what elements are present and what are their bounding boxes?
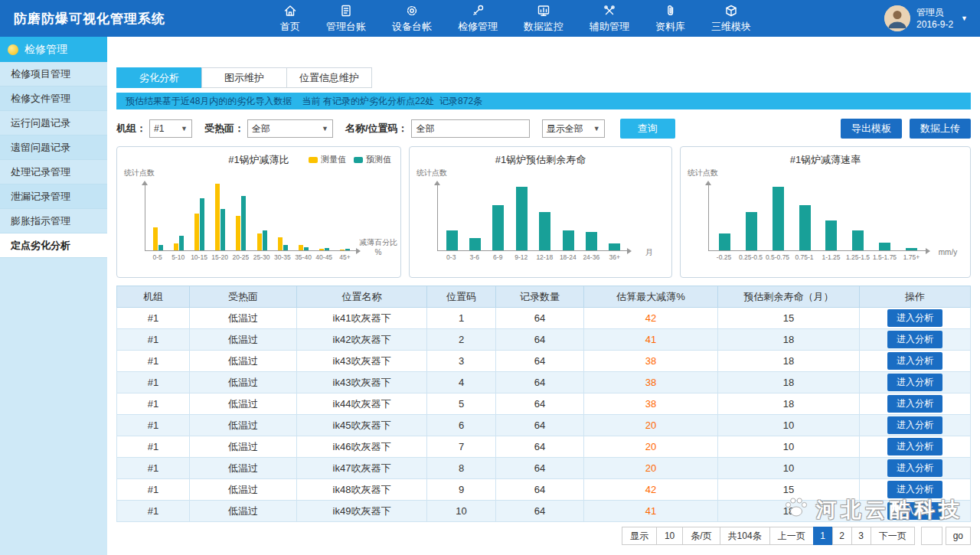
plot-area [437, 184, 629, 251]
nav-item-检修管理[interactable]: 检修管理 [458, 3, 498, 34]
table-cell: 64 [496, 458, 584, 479]
data-upload-button[interactable]: 数据上传 [910, 119, 971, 139]
sidebar-item-膨胀指示管理[interactable]: 膨胀指示管理 [0, 209, 107, 233]
table-cell: 2 [427, 329, 496, 351]
nav-item-数据监控[interactable]: 数据监控 [524, 3, 564, 34]
surface-select[interactable]: 全部 ▼ [247, 119, 333, 138]
chevron-down-icon: ▼ [181, 125, 188, 132]
page-button-3[interactable]: 3 [851, 527, 871, 545]
nav-item-管理台账[interactable]: 管理台账 [326, 3, 366, 34]
enter-analysis-button[interactable]: 进入分析 [887, 309, 942, 327]
display-select-value: 显示全部 [547, 122, 583, 135]
x-tick-label: 3-6 [463, 253, 487, 261]
query-button[interactable]: 查询 [620, 119, 675, 139]
enter-analysis-button[interactable]: 进入分析 [887, 459, 942, 477]
x-tick-label: 35-40 [292, 253, 313, 261]
display-select[interactable]: 显示全部 ▼ [542, 119, 605, 138]
enter-analysis-button[interactable]: 进入分析 [887, 481, 942, 498]
bar-group-3-6 [463, 184, 486, 250]
unit-select[interactable]: #1 ▼ [149, 119, 192, 138]
table-cell: ik43吹灰器下 [297, 372, 427, 393]
go-button[interactable]: go [946, 527, 971, 545]
page-button-2[interactable]: 2 [832, 527, 852, 545]
avatar[interactable] [884, 5, 910, 31]
x-tick-label: 5-10 [168, 253, 188, 261]
legend-预测值: 预测值 [354, 154, 391, 165]
table-cell: ik45吹灰器下 [297, 415, 427, 436]
page-size-select[interactable]: 10 [656, 527, 683, 545]
table-cell: 20 [584, 415, 718, 436]
nav-item-设备台帐[interactable]: 设备台帐 [392, 3, 432, 34]
enter-analysis-button[interactable]: 进入分析 [887, 502, 942, 520]
page-button-1[interactable]: 1 [813, 527, 833, 545]
plot-area [708, 184, 927, 251]
enter-analysis-button[interactable]: 进入分析 [887, 374, 942, 391]
bar [319, 249, 324, 250]
y-axis-label: 统计点数 [416, 168, 447, 178]
enter-analysis-button[interactable]: 进入分析 [887, 438, 942, 455]
table-cell: 9 [427, 479, 496, 501]
enter-analysis-button[interactable]: 进入分析 [887, 395, 942, 413]
table-cell: #1 [117, 393, 190, 415]
next-page-button[interactable]: 下一页 [871, 527, 915, 545]
sidebar-item-遗留问题记录[interactable]: 遗留问题记录 [0, 135, 107, 160]
table-cell: #1 [117, 415, 190, 436]
chevron-down-icon[interactable]: ▼ [961, 15, 968, 22]
nav-item-三维模块[interactable]: 三维模块 [711, 3, 751, 34]
table-cell-action: 进入分析 [860, 436, 971, 458]
x-tick-label: 36+ [603, 253, 627, 261]
enter-analysis-button[interactable]: 进入分析 [887, 331, 942, 348]
x-tick-label: 0.25-0.5 [737, 253, 764, 261]
bar [799, 205, 811, 250]
column-header: 预估剩余寿命（月） [718, 286, 860, 308]
page-jump-input[interactable] [921, 527, 942, 545]
cube-icon [724, 3, 739, 18]
sidebar-item-泄漏记录管理[interactable]: 泄漏记录管理 [0, 184, 107, 209]
nav-item-首页[interactable]: 首页 [280, 3, 300, 34]
enter-analysis-button[interactable]: 进入分析 [887, 352, 942, 370]
tab-劣化分析[interactable]: 劣化分析 [116, 67, 202, 88]
sidebar-item-定点劣化分析[interactable]: 定点劣化分析 [0, 233, 107, 258]
tabs: 劣化分析图示维护位置信息维护 [116, 67, 971, 88]
y-axis-label: 统计点数 [688, 168, 718, 178]
bar [158, 245, 163, 250]
bar [299, 245, 303, 250]
table-cell: 20 [584, 458, 718, 479]
sidebar-item-检修项目管理[interactable]: 检修项目管理 [0, 62, 107, 87]
sidebar-item-检修文件管理[interactable]: 检修文件管理 [0, 87, 107, 111]
unit-select-value: #1 [154, 123, 164, 134]
table-cell-action: 进入分析 [860, 415, 971, 436]
bar-group-30-35 [273, 184, 293, 250]
table-cell: 64 [496, 501, 584, 522]
table-cell-action: 进入分析 [860, 308, 971, 329]
sidebar-item-处理记录管理[interactable]: 处理记录管理 [0, 160, 107, 184]
table-cell: 低温过 [190, 479, 297, 501]
bar-group-0.25-0.5 [738, 184, 765, 250]
table-cell: 64 [496, 393, 584, 415]
user-area[interactable]: 管理员 2016-9-2 ▼ [884, 5, 980, 31]
nav-item-资料库[interactable]: 资料库 [655, 3, 685, 34]
enter-analysis-button[interactable]: 进入分析 [887, 416, 942, 434]
tab-位置信息维护[interactable]: 位置信息维护 [286, 67, 372, 88]
monitor-icon [536, 3, 551, 18]
table-cell: 38 [584, 393, 718, 415]
x-tick-label: 0-3 [439, 253, 463, 261]
chevron-down-icon: ▼ [322, 125, 328, 132]
x-tick-label: 30-35 [272, 253, 292, 261]
prev-page-button[interactable]: 上一页 [769, 527, 814, 545]
user-meta: 管理员 2016-9-2 [916, 6, 953, 31]
export-template-button[interactable]: 导出模板 [841, 119, 902, 139]
app-window: 防磨防爆可视化管理系统 首页管理台账设备台帐检修管理数据监控辅助管理资料库三维模… [0, 0, 980, 555]
table-cell-action: 进入分析 [860, 351, 971, 372]
table-cell: 10 [718, 436, 860, 458]
nav-item-辅助管理[interactable]: 辅助管理 [590, 3, 629, 34]
name-code-input[interactable] [411, 119, 530, 138]
sidebar-item-运行问题记录[interactable]: 运行问题记录 [0, 111, 107, 135]
home-icon [283, 3, 298, 18]
chart-title: #1锅炉预估剩余寿命 [410, 153, 671, 167]
app-title: 防磨防爆可视化管理系统 [0, 10, 165, 28]
tab-图示维护[interactable]: 图示维护 [201, 67, 287, 88]
sidebar-header-label: 检修管理 [24, 43, 67, 57]
show-label: 显示 [622, 527, 657, 545]
table-row: #1低温过ik49吹灰器下10644118进入分析 [117, 501, 971, 522]
